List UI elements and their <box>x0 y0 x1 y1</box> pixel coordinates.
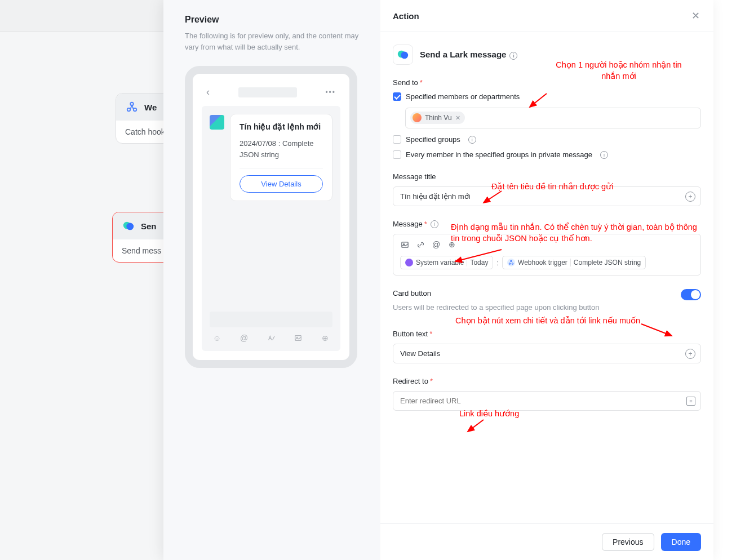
checkbox-groups[interactable]: Specified groups i <box>393 135 701 144</box>
card-button-helper: Users will be redirected to a specified … <box>393 303 669 312</box>
form-body: Send a Lark messagei Send to* Specified … <box>380 32 713 523</box>
add-variable-icon[interactable]: + <box>685 192 695 202</box>
app-icon <box>210 115 224 130</box>
svg-point-4 <box>126 223 134 230</box>
phone-title-placeholder <box>238 87 297 97</box>
doc-icon[interactable]: ≡ <box>686 397 695 406</box>
preview-column: Preview The following is for preview onl… <box>163 0 380 560</box>
message-title-label: Message title <box>393 172 701 181</box>
image-tool-icon[interactable] <box>400 240 409 249</box>
checkbox-icon <box>393 92 401 101</box>
action-panel: Preview The following is for preview onl… <box>163 0 713 560</box>
previous-button[interactable]: Previous <box>602 533 654 551</box>
checkbox-every-member[interactable]: Every member in the specified groups in … <box>393 150 701 159</box>
action-icon <box>393 45 413 65</box>
message-editor[interactable]: @ ⊕ System variable Today : <box>393 234 701 275</box>
format-icon[interactable] <box>266 333 276 343</box>
card-text: 2024/07/08 : Complete JSON string <box>240 138 323 160</box>
checkbox-members[interactable]: Specified members or departments <box>393 92 701 101</box>
preview-subtitle: The following is for preview only, and t… <box>185 30 359 52</box>
panel-footer: Previous Done <box>380 523 713 560</box>
view-details-button[interactable]: View Details <box>240 175 323 193</box>
remove-chip-icon[interactable]: ✕ <box>455 114 460 122</box>
message-title-input[interactable] <box>393 186 701 206</box>
action-title: Send a Lark messagei <box>420 50 517 60</box>
svg-point-0 <box>127 108 131 112</box>
variable-tag-system[interactable]: System variable Today <box>400 256 493 269</box>
add-icon[interactable]: ⊕ <box>320 333 330 343</box>
info-icon[interactable]: i <box>468 136 476 144</box>
webhook-icon <box>507 259 515 266</box>
message-label: Message *i <box>393 220 701 228</box>
checkbox-icon <box>393 150 401 159</box>
node-title: We <box>144 103 157 112</box>
avatar <box>413 113 422 122</box>
card-button-label: Card button <box>393 289 669 297</box>
svg-point-8 <box>401 52 408 59</box>
info-icon[interactable]: i <box>431 220 438 228</box>
panel-title: Action <box>393 11 419 21</box>
image-icon[interactable] <box>293 333 303 343</box>
link-tool-icon[interactable] <box>416 240 425 249</box>
phone-preview: ‹ ••• Tín hiệu đặt lệnh mới 2024/07/08 :… <box>185 66 357 368</box>
node-title: Sen <box>141 221 157 231</box>
back-icon[interactable]: ‹ <box>206 86 210 98</box>
member-chip: Thinh Vu ✕ <box>410 112 465 124</box>
phone-input-placeholder <box>210 312 332 327</box>
svg-point-11 <box>509 263 511 265</box>
info-icon[interactable]: i <box>509 52 517 60</box>
done-button[interactable]: Done <box>661 533 701 551</box>
button-text-input[interactable] <box>393 344 701 363</box>
mention-icon[interactable]: @ <box>239 333 249 343</box>
right-strip <box>713 0 745 560</box>
message-card: Tín hiệu đặt lệnh mới 2024/07/08 : Compl… <box>230 114 332 201</box>
svg-point-13 <box>511 260 512 262</box>
preview-heading: Preview <box>185 15 359 25</box>
redirect-input[interactable] <box>393 391 701 411</box>
mention-tool-icon[interactable]: @ <box>432 240 441 249</box>
add-variable-icon[interactable]: + <box>685 349 695 359</box>
variable-tag-webhook[interactable]: Webhook trigger Complete JSON string <box>502 256 646 269</box>
sendto-label: Send to* <box>393 78 701 87</box>
webhook-icon <box>125 100 139 114</box>
member-chip-box[interactable]: Thinh Vu ✕ <box>405 108 701 128</box>
close-icon[interactable]: ✕ <box>690 10 701 21</box>
button-text-label: Button text * <box>393 330 701 338</box>
add-tool-icon[interactable]: ⊕ <box>447 240 456 249</box>
card-button-toggle[interactable] <box>681 289 701 300</box>
info-icon[interactable]: i <box>600 151 608 159</box>
svg-point-12 <box>512 263 513 265</box>
redirect-label: Redirect to * <box>393 377 701 385</box>
separator: : <box>496 259 499 267</box>
variable-icon <box>405 259 413 266</box>
checkbox-icon <box>393 135 401 144</box>
svg-point-1 <box>134 108 137 112</box>
chat-icon <box>122 219 135 233</box>
more-icon[interactable]: ••• <box>325 88 336 96</box>
emoji-icon[interactable]: ☺ <box>212 333 222 343</box>
form-column: Action ✕ Send a Lark messagei Send to* S… <box>380 0 713 560</box>
card-title: Tín hiệu đặt lệnh mới <box>240 122 323 131</box>
